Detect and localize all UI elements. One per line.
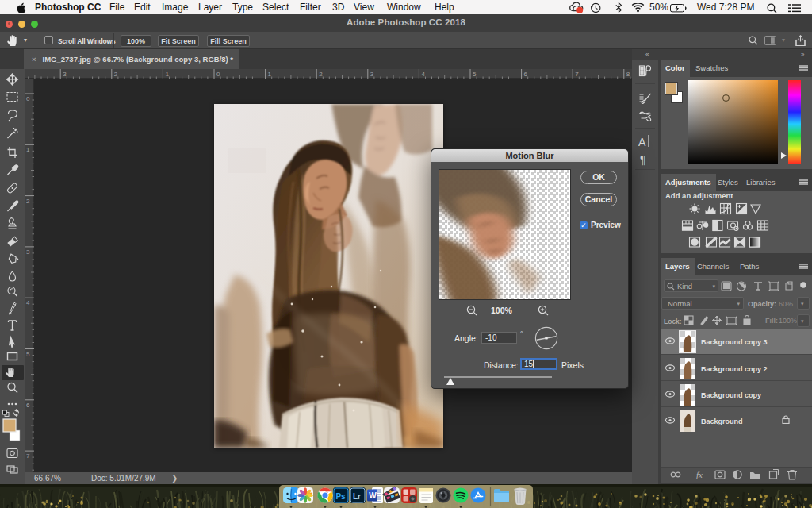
- svg-text:6: 6: [524, 71, 528, 78]
- svg-text:3: 3: [370, 71, 374, 78]
- svg-text:5: 5: [473, 71, 477, 78]
- svg-text:Ps: Ps: [335, 492, 346, 501]
- svg-text:0: 0: [26, 95, 30, 102]
- svg-text:7: 7: [26, 452, 30, 460]
- svg-text:3: 3: [63, 71, 67, 78]
- svg-text:1: 1: [26, 146, 30, 153]
- svg-text:W: W: [369, 491, 377, 500]
- svg-text:8: 8: [626, 71, 630, 78]
- svg-text:¶: ¶: [640, 153, 646, 166]
- svg-text:1: 1: [165, 71, 169, 78]
- svg-text:3: 3: [26, 248, 30, 256]
- svg-text:2: 2: [114, 71, 118, 78]
- svg-text:4: 4: [421, 71, 425, 78]
- svg-text:2: 2: [26, 198, 30, 205]
- svg-text:5: 5: [26, 351, 30, 358]
- svg-text:Lr: Lr: [353, 492, 361, 501]
- svg-text:1: 1: [268, 71, 272, 78]
- svg-text:4: 4: [26, 299, 30, 306]
- svg-text:A: A: [638, 136, 646, 148]
- svg-text:0: 0: [216, 71, 220, 78]
- svg-text:fx: fx: [696, 470, 703, 479]
- svg-text:6: 6: [26, 402, 30, 409]
- svg-text:7: 7: [575, 71, 579, 78]
- svg-text:2: 2: [319, 71, 323, 78]
